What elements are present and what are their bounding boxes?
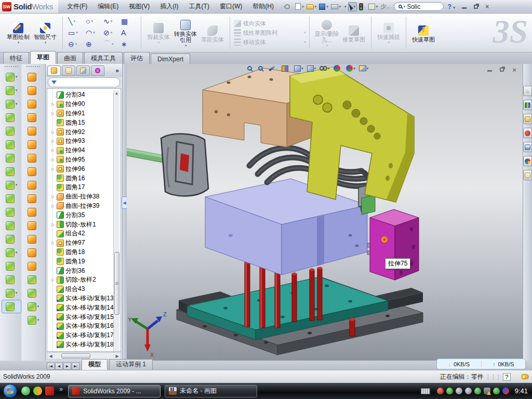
display-delete-relations-button[interactable]: 显示/删除几... ▾ <box>313 18 340 48</box>
taskbar-clock[interactable]: 9:41 <box>515 387 528 395</box>
reference-star-icon[interactable]: ▾ <box>23 300 43 313</box>
scroll-up-icon[interactable]: ▲ <box>115 90 119 97</box>
tab-last-button[interactable]: ▶| <box>72 363 79 370</box>
split-icon[interactable]: ▾ <box>2 205 21 219</box>
lofted-surface-icon[interactable]: ▾ <box>23 111 43 124</box>
menu-item[interactable]: 窗口(W) <box>215 1 247 12</box>
sketch-fillet-tool[interactable]: ⌒ ▾ <box>102 41 119 48</box>
planar-surface-icon[interactable]: ▾ <box>23 151 43 165</box>
extruded-surface-icon[interactable]: ▾ <box>23 70 43 84</box>
feature-tree-item[interactable]: ▷ 分割36 <box>50 266 113 275</box>
offset-surface-icon[interactable]: ▾ <box>23 165 43 178</box>
mirror-icon[interactable]: ▾ <box>2 192 21 205</box>
tree-vertical-scrollbar[interactable]: ▲ <box>113 90 119 351</box>
curve-icon[interactable]: ▾ <box>2 273 21 286</box>
feature-tree-item[interactable]: ▷ 组合42 <box>50 229 113 238</box>
expand-arrow-icon[interactable]: ▷ <box>50 204 55 208</box>
expand-arrow-icon[interactable]: ▷ <box>50 241 55 245</box>
trim-surface-icon[interactable]: ▾ <box>23 246 43 259</box>
open-icon[interactable]: ▾ <box>305 4 317 10</box>
panel-chevron[interactable]: » <box>115 67 121 74</box>
panel-splitter[interactable]: ◀ <box>123 64 127 361</box>
doc-minimize-button[interactable] <box>485 66 494 73</box>
move-copy-body-icon[interactable]: ▾ <box>2 232 21 246</box>
tab-prev-button[interactable]: ◀ <box>55 363 63 370</box>
ellipse-tool[interactable]: ⊘ ▾ <box>102 29 119 36</box>
minimize-button[interactable] <box>460 3 469 10</box>
display-style-icon[interactable]: ▾ <box>307 65 316 72</box>
expand-arrow-icon[interactable]: ▷ <box>50 222 55 227</box>
view-orientation-icon[interactable]: ▾ <box>294 65 303 72</box>
toolbar-overflow-label[interactable]: 少.. <box>381 3 390 10</box>
scroll-thumb[interactable] <box>61 353 90 358</box>
update-stop-icon[interactable] <box>502 388 509 394</box>
feature-tree-item[interactable]: ▷ 拉伸95 <box>50 155 113 165</box>
expand-arrow-icon[interactable]: ▷ <box>50 102 55 107</box>
ruled-surface-icon[interactable]: ▾ <box>23 178 43 192</box>
quick-snaps-button[interactable]: 快速捕捉 ▾ <box>375 21 402 45</box>
spline-tool[interactable]: ∿ ▾ <box>102 18 119 25</box>
lofted-boss-icon[interactable]: ▾ <box>2 124 21 138</box>
command-tab[interactable]: 特征 <box>3 52 29 64</box>
feature-tree-item[interactable]: ▷ 拉伸94 <box>50 146 113 155</box>
mold-block[interactable] <box>205 179 382 275</box>
feature-tree-item[interactable]: ▷ 圆角18 <box>50 248 113 257</box>
fillet-icon[interactable]: ▾ <box>2 97 21 111</box>
revolved-surface-icon[interactable]: ▾ <box>23 84 43 97</box>
filled-surface-icon[interactable]: ▾ <box>23 138 43 151</box>
search-value[interactable]: Solic <box>407 3 420 10</box>
feature-tree-item[interactable]: ▷ 曲面-拉伸39 <box>50 202 113 211</box>
command-tab[interactable]: 曲面 <box>57 52 83 64</box>
feature-tree-item[interactable]: ▷ 圆角17 <box>50 183 113 192</box>
line-tool[interactable]: ╲ ▾ <box>66 18 84 25</box>
extruded-cut-icon[interactable]: ▾ <box>2 84 21 97</box>
reference-axis-icon[interactable]: ▾ <box>2 246 21 259</box>
boundary-surface-icon[interactable]: ▾ <box>23 124 43 138</box>
feature-tree-item[interactable]: ▷ 拉伸97 <box>50 238 113 248</box>
mirror-entities-button[interactable]: 镜向实体 <box>234 20 305 28</box>
view-settings-icon[interactable]: ▾ <box>359 65 369 71</box>
security-green-icon[interactable] <box>446 388 453 394</box>
expand-arrow-icon[interactable]: ▷ <box>50 111 55 116</box>
feature-tree-item[interactable]: ▷ 分割34 <box>50 90 113 100</box>
feature-tree-item[interactable]: ▷ 拉伸93 <box>50 137 113 146</box>
solidworks-forum-icon[interactable] <box>523 128 532 138</box>
menu-item[interactable]: 帮助(H) <box>248 1 278 12</box>
app-ball-icon[interactable] <box>33 387 42 395</box>
apply-scene-icon[interactable]: ▾ <box>346 65 355 72</box>
feature-tree-item[interactable]: ▷ 实体-移动/复制17 <box>50 331 113 340</box>
polygon-tool[interactable]: ⊕ ▾ <box>84 41 102 48</box>
linear-pattern-icon[interactable]: ▾ <box>2 178 21 192</box>
swept-surface-icon[interactable]: ▾ <box>23 97 43 111</box>
move-entities-button[interactable]: 移动实体 ▾ <box>234 38 305 46</box>
trim-entities-button[interactable]: 剪裁实体 ▾ <box>145 21 172 45</box>
feature-tree-item[interactable]: ▷ 拉伸90 <box>50 100 113 109</box>
boundary-boss-icon[interactable]: ▾ <box>2 138 21 151</box>
appearances-icon[interactable] <box>523 156 532 166</box>
file-explorer-icon[interactable] <box>523 114 532 124</box>
spline-curve-icon[interactable]: ▾ <box>2 286 21 300</box>
sketch-button[interactable]: 草图绘制 ▾ <box>5 21 32 45</box>
pattern-box-tool[interactable]: ▦ ▾ <box>119 18 137 25</box>
close-button[interactable]: × <box>483 3 491 10</box>
feature-tree-item[interactable]: ▷ 实体-移动/复制15 <box>50 312 113 322</box>
feature-manager-tab[interactable] <box>47 65 61 76</box>
feature-tree-item[interactable]: ▷ 圆角16 <box>50 174 113 183</box>
new-document-icon[interactable]: ▾ <box>294 3 304 10</box>
scroll-left-icon[interactable]: ◀ <box>47 354 54 358</box>
toolbar-grip[interactable] <box>26 66 40 69</box>
combine-icon[interactable]: ▾ <box>2 219 21 232</box>
feature-tree-item[interactable]: ▷ 组合43 <box>50 285 113 294</box>
thicken-icon[interactable]: ▾ <box>23 273 43 286</box>
tree-horizontal-scrollbar[interactable]: ◀ ▶ <box>47 352 121 360</box>
restore-button[interactable] <box>472 3 480 10</box>
sync-green-icon[interactable] <box>474 388 481 394</box>
command-tab[interactable]: 评估 <box>124 52 150 64</box>
extend-surface-icon[interactable]: ▾ <box>23 232 43 246</box>
circle-tool[interactable]: ○ ▾ <box>84 18 102 25</box>
expand-arrow-icon[interactable]: ▷ <box>50 139 55 143</box>
dimxpert-manager-tab[interactable] <box>91 65 104 76</box>
instant3d-icon[interactable]: ▾ <box>2 300 21 313</box>
rectangle-tool[interactable]: ▭ ▾ <box>66 29 84 36</box>
property-manager-tab[interactable] <box>62 65 75 76</box>
